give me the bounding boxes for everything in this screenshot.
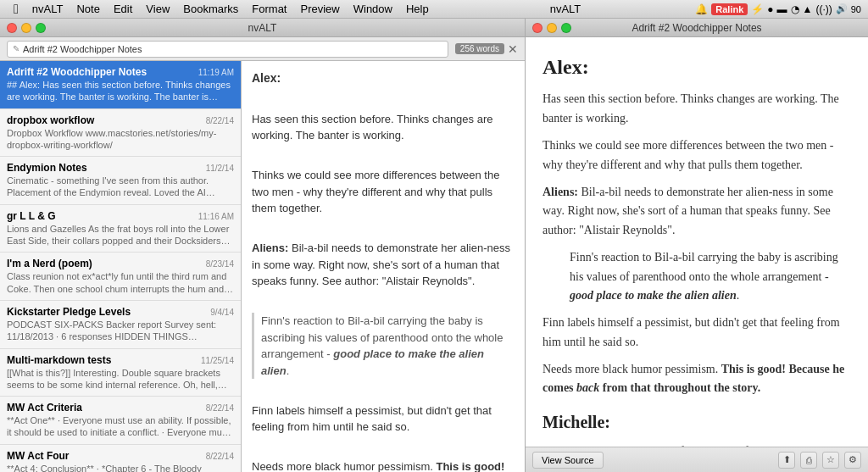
- nvalt-window-title: nvALT: [248, 22, 277, 34]
- wifi-icon: ⚡: [751, 3, 764, 15]
- menu-help[interactable]: Help: [399, 0, 436, 19]
- menu-bookmarks[interactable]: Bookmarks: [176, 0, 245, 19]
- preview-paragraph: Needs more black humor pessimism. This i…: [542, 360, 851, 398]
- menu-view[interactable]: View: [139, 0, 176, 19]
- note-preview: ## Alex: Has seen this section before. T…: [7, 79, 234, 103]
- word-count-badge: 256 words: [455, 43, 504, 54]
- note-date: 9/4/14: [210, 308, 234, 317]
- preview-titlebar: Adrift #2 Woodchipper Notes: [526, 19, 868, 37]
- maximize-button[interactable]: [36, 23, 46, 33]
- note-item[interactable]: MW Act Criteria8/22/14**Act One** · Ever…: [0, 397, 241, 445]
- editor-paragraph: Alex:: [252, 69, 515, 87]
- search-icon: ✎: [13, 44, 19, 53]
- nvalt-body: Adrift #2 Woodchipper Notes11:19 AM## Al…: [0, 61, 525, 472]
- note-date: 8/23/14: [206, 259, 234, 269]
- preview-paragraph: Finn labels himself a pessimist, but did…: [542, 314, 851, 352]
- traffic-lights: [7, 23, 46, 33]
- preview-minimize-button[interactable]: [547, 23, 557, 33]
- note-title: Multi-markdown tests: [7, 354, 198, 366]
- preview-window-title: Adrift #2 Woodchipper Notes: [632, 22, 761, 34]
- note-item[interactable]: Multi-markdown tests11/25/14[[What is th…: [0, 349, 241, 397]
- note-preview: Cinematic - something I've seen from thi…: [7, 175, 234, 199]
- view-source-button[interactable]: View Source: [532, 452, 604, 469]
- note-preview: **Act One** · Everyone must use an abili…: [7, 414, 234, 439]
- battery-icon: ▬: [777, 3, 787, 15]
- note-item[interactable]: dropbox workflow8/22/14Dropbox Workflow …: [0, 109, 241, 158]
- wifi-signal-icon: ▲: [803, 3, 813, 15]
- preview-toolbar: View Source ⬆ ⎙ ☆ ⚙: [526, 447, 868, 472]
- close-button[interactable]: [7, 23, 17, 33]
- preview-close-button[interactable]: [532, 23, 542, 33]
- editor-paragraph: Has seen this section before. Thinks cha…: [252, 111, 515, 144]
- editor-area[interactable]: Alex:Has seen this section before. Think…: [242, 61, 525, 472]
- preview-panel: Adrift #2 Woodchipper Notes Alex:Has see…: [526, 19, 868, 472]
- preview-traffic-lights: [532, 23, 571, 33]
- airport-icon: ((·)): [815, 3, 832, 15]
- preview-paragraph: Aliens: Bil-a-bil needs to demonstrate h…: [542, 183, 851, 240]
- search-wrapper[interactable]: ✎ Adrift #2 Woodchipper Notes: [7, 41, 448, 58]
- toolbar-icons: ⬆ ⎙ ☆ ⚙: [778, 452, 861, 469]
- editor-paragraph: Finn labels himself a pessimist, but did…: [252, 403, 515, 436]
- search-input[interactable]: Adrift #2 Woodchipper Notes: [23, 44, 442, 54]
- preview-heading-michelle: Michelle:: [542, 408, 851, 436]
- note-item[interactable]: Kickstarter Pledge Levels9/4/14PODCAST S…: [0, 301, 241, 349]
- menu-window[interactable]: Window: [347, 0, 399, 19]
- nvalt-titlebar: nvALT: [0, 19, 525, 37]
- settings-icon[interactable]: ⚙: [844, 452, 861, 469]
- preview-maximize-button[interactable]: [561, 23, 571, 33]
- notes-list: Adrift #2 Woodchipper Notes11:19 AM## Al…: [0, 61, 242, 472]
- note-preview: Dropbox Workflow www.macstories.net/stor…: [7, 127, 234, 152]
- menu-note[interactable]: Note: [70, 0, 106, 19]
- note-item[interactable]: I'm a Nerd (poem)8/23/14Class reunion no…: [0, 253, 241, 301]
- note-title: I'm a Nerd (poem): [7, 258, 203, 269]
- preview-content: Alex:Has seen this section before. Think…: [526, 37, 868, 447]
- apple-menu[interactable]: : [7, 0, 25, 19]
- note-title: Adrift #2 Woodchipper Notes: [7, 66, 195, 78]
- note-item[interactable]: Endymion Notes11/2/14Cinematic - somethi…: [0, 157, 241, 205]
- time-icon: ◔: [791, 3, 799, 15]
- note-date: 11:19 AM: [198, 68, 234, 77]
- search-bar: ✎ Adrift #2 Woodchipper Notes 256 words …: [0, 37, 525, 61]
- share-icon[interactable]: ⬆: [778, 452, 795, 469]
- minimize-button[interactable]: [21, 23, 31, 33]
- menu-edit[interactable]: Edit: [107, 0, 139, 19]
- menu-left:  nvALT Note Edit View Bookmarks Format …: [7, 0, 436, 19]
- note-date: 8/22/14: [206, 403, 234, 413]
- note-title: MW Act Four: [7, 450, 203, 462]
- note-item[interactable]: Adrift #2 Woodchipper Notes11:19 AM## Al…: [0, 61, 241, 109]
- note-date: 11:16 AM: [198, 212, 234, 221]
- menu-format[interactable]: Format: [245, 0, 293, 19]
- nvalt-panel: nvALT ✎ Adrift #2 Woodchipper Notes 256 …: [0, 19, 526, 472]
- note-preview: Class reunion not ex*act*ly fun until th…: [7, 270, 234, 295]
- menubar-title: nvALT: [437, 3, 694, 15]
- note-date: 8/22/14: [206, 116, 234, 125]
- preview-paragraph: Thinks we could see more differences bet…: [542, 136, 851, 175]
- note-preview: **Act 4: Conclusion** · *Chapter 6 - The…: [7, 463, 234, 472]
- note-preview: Lions and Gazelles As the frat boys roll…: [7, 223, 234, 247]
- note-item[interactable]: MW Act Four8/22/14**Act 4: Conclusion** …: [0, 445, 241, 472]
- note-preview: [[What is this?]] Interesting. Double sq…: [7, 367, 234, 391]
- menu-preview[interactable]: Preview: [293, 0, 346, 19]
- ralink-badge: Ralink: [711, 3, 748, 15]
- battery-percent: 90: [851, 4, 861, 14]
- note-date: 8/22/14: [206, 452, 234, 461]
- menu-bar:  nvALT Note Edit View Bookmarks Format …: [0, 0, 868, 19]
- preview-paragraph: Has seen this section before. Thinks cha…: [542, 90, 851, 128]
- menu-nvalt[interactable]: nvALT: [25, 0, 70, 19]
- note-title: Endymion Notes: [7, 162, 203, 174]
- note-preview: PODCAST SIX-PACKS Backer report Survey s…: [7, 319, 234, 343]
- search-clear-button[interactable]: ✕: [508, 42, 518, 56]
- editor-paragraph: Thinks we could see more differences bet…: [252, 167, 515, 217]
- menu-right: 🔔 Ralink ⚡ ● ▬ ◔ ▲ ((·)) 🔊 90: [695, 3, 861, 15]
- note-date: 11/2/14: [206, 164, 234, 173]
- note-item[interactable]: gr L L & G11:16 AMLions and Gazelles As …: [0, 205, 241, 253]
- preview-blockquote: Finn's reaction to Bil-a-bil carrying th…: [559, 248, 851, 305]
- bluetooth-icon: ●: [767, 3, 773, 15]
- bookmark-icon[interactable]: ☆: [822, 452, 839, 469]
- print-icon[interactable]: ⎙: [800, 452, 817, 469]
- note-title: MW Act Criteria: [7, 402, 203, 414]
- note-title: gr L L & G: [7, 210, 195, 222]
- editor-paragraph: Finn's reaction to Bil-a-bil carrying th…: [252, 313, 515, 379]
- preview-heading-alex: Alex:: [542, 51, 851, 83]
- main-area: nvALT ✎ Adrift #2 Woodchipper Notes 256 …: [0, 19, 868, 472]
